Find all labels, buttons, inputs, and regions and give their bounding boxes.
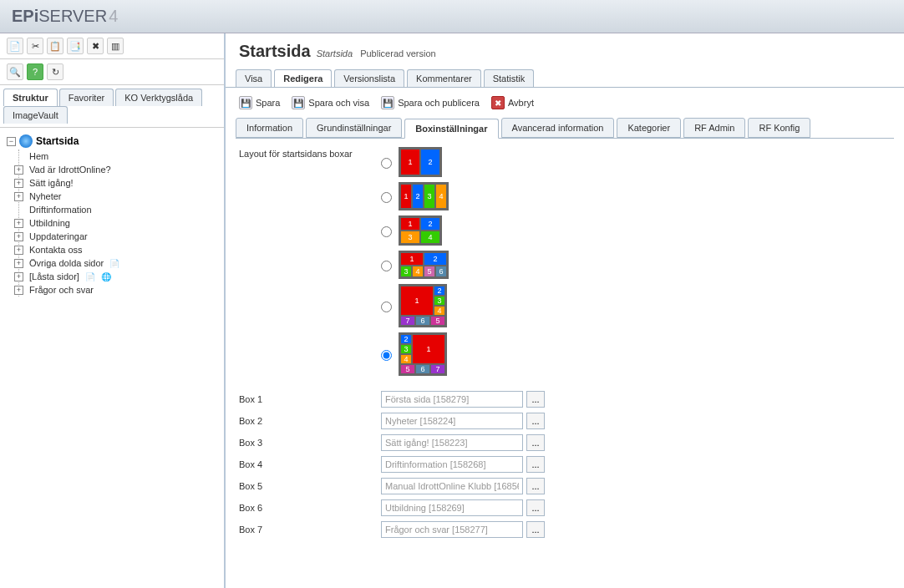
box-browse-button-3[interactable]: ... [526,434,545,451]
tree-item-6[interactable]: +Uppdateringar [26,230,217,243]
save-view-button[interactable]: 💾Spara och visa [292,96,369,109]
tree-expand-icon[interactable]: + [14,179,23,188]
layout-option-5[interactable]: 1 2 3 4 7 6 5 [381,284,449,327]
content-tab-6[interactable]: RF Konfig [748,118,810,138]
tree-item-4[interactable]: Driftinformation [26,203,217,216]
cut-icon[interactable]: ✂ [27,38,43,54]
help-icon[interactable]: ? [27,63,43,80]
copy-icon[interactable]: 📋 [47,38,63,54]
tree-collapse-icon[interactable]: − [7,137,16,146]
save-icon: 💾 [239,96,252,109]
tree-item-7[interactable]: +Kontakta oss [26,243,217,256]
box-browse-button-7[interactable]: ... [526,521,545,538]
box-input-2[interactable] [381,413,523,429]
app-header: EPiSERVER4 [0,0,904,33]
tree-expand-icon[interactable]: + [14,246,23,255]
content-tab-1[interactable]: Grundinställningar [306,118,402,138]
save-publish-button[interactable]: 💾Spara och publicera [381,96,480,109]
box-input-4[interactable] [381,456,523,473]
layout-radio-5[interactable] [381,302,392,312]
tree-expand-icon[interactable]: + [14,286,23,295]
layout-options: 1 2 1 2 3 4 [381,147,449,376]
box-browse-button-6[interactable]: ... [526,499,545,516]
layout-radio-2[interactable] [381,192,392,203]
view-tab-3[interactable]: Kommentarer [407,69,481,87]
view-tab-0[interactable]: Visa [236,69,272,87]
content-tab-0[interactable]: Information [236,118,303,138]
delete-icon[interactable]: ✖ [87,38,104,54]
box-browse-button-5[interactable]: ... [526,478,545,494]
box-label-5: Box 5 [239,481,381,491]
box-input-7[interactable] [381,521,523,538]
tree-item-1[interactable]: +Vad är IdrottOnline? [26,163,217,176]
page-status: Publicerad version [360,48,436,58]
box-row-5: Box 5... [239,478,891,494]
view-tab-1[interactable]: Redigera [274,69,332,87]
layout-radio-4[interactable] [381,261,392,271]
layout-option-4[interactable]: 1 2 3 4 5 6 [381,251,449,279]
box-input-1[interactable] [381,391,523,408]
tree-item-label: [Låsta sidor] [29,271,79,281]
new-page-icon[interactable]: 📄 [7,38,23,54]
tree-item-2[interactable]: +Sätt igång! [26,176,217,190]
tree-item-9[interactable]: +[Låsta sidor]📄🌐 [26,270,217,283]
logo-prefix: EPi [12,7,38,25]
box-row-7: Box 7... [239,521,891,538]
tree-expand-icon[interactable]: + [14,232,23,241]
tree-item-label: Uppdateringar [29,231,88,241]
tree-expand-icon[interactable]: + [14,272,23,281]
layout-radio-1[interactable] [381,158,392,169]
layout-option-3[interactable]: 1 2 3 4 [381,215,449,246]
layout-option-2[interactable]: 1 2 3 4 [381,182,449,210]
tree-item-3[interactable]: +Nyheter [26,190,217,203]
logo-mid: SERVER [38,7,107,25]
content-tab-5[interactable]: RF Admin [683,118,745,138]
tree-item-extra-icon: 📄 [85,272,95,281]
refresh-icon[interactable]: ↻ [47,63,63,80]
save-view-icon: 💾 [292,96,305,109]
tree-expand-icon[interactable]: + [14,165,23,175]
layout-radio-6[interactable] [381,350,392,361]
content-tabs: InformationGrundinställningarBoxinställn… [226,118,904,138]
save-button[interactable]: 💾Spara [239,96,280,109]
view-tab-4[interactable]: Statistik [484,69,535,87]
layout-option-6[interactable]: 2 3 4 1 5 6 7 [381,332,449,376]
box-browse-button-2[interactable]: ... [526,413,545,429]
content-tab-3[interactable]: Avancerad information [501,118,615,138]
box-input-6[interactable] [381,499,523,516]
sidebar-tab-2[interactable]: KO Verktygslåda [115,89,202,106]
tree-root[interactable]: − Startsida [7,133,217,150]
tree-expand-icon[interactable]: + [14,259,23,268]
box-browse-button-1[interactable]: ... [526,391,545,408]
page-subtitle: Startsida [317,48,353,58]
tree-expand-icon[interactable]: + [14,192,23,201]
layout-label: Layout för startsidans boxar [239,147,381,159]
sidebar-toolbar-1: 📄 ✂ 📋 📑 ✖ ▥ [0,33,224,59]
sidebar-tab-1[interactable]: Favoriter [59,89,114,106]
cancel-button[interactable]: ✖Avbryt [491,96,534,109]
search-icon[interactable]: 🔍 [7,63,23,80]
paste-icon[interactable]: 📑 [67,38,84,54]
layout-radio-3[interactable] [381,226,392,237]
tree-item-0[interactable]: Hem [26,150,217,163]
properties-icon[interactable]: ▥ [107,38,124,54]
tree-item-label: Sätt igång! [29,178,74,188]
box-row-1: Box 1... [239,391,891,408]
tree-root-label: Startsida [36,135,79,147]
view-tab-2[interactable]: Versionslista [334,69,404,87]
tree-item-5[interactable]: +Utbildning [26,216,217,230]
content-tab-4[interactable]: Kategorier [617,118,681,138]
main-panel: Startsida Startsida Publicerad version V… [226,33,904,588]
tree-item-10[interactable]: +Frågor och svar [26,283,217,297]
tree-expand-icon[interactable]: + [14,219,23,228]
tree-item-8[interactable]: +Övriga dolda sidor📄 [26,256,217,270]
box-input-3[interactable] [381,434,523,451]
sidebar-subtab-0[interactable]: ImageVault [3,106,68,124]
box-browse-button-4[interactable]: ... [526,456,545,473]
tree-item-extra-icon: 📄 [109,259,119,268]
layout-option-1[interactable]: 1 2 [381,147,449,177]
sidebar-tab-0[interactable]: Struktur [3,89,58,106]
content-tab-2[interactable]: Boxinställningar [404,119,498,139]
box-row-4: Box 4... [239,456,891,473]
box-input-5[interactable] [381,478,523,494]
